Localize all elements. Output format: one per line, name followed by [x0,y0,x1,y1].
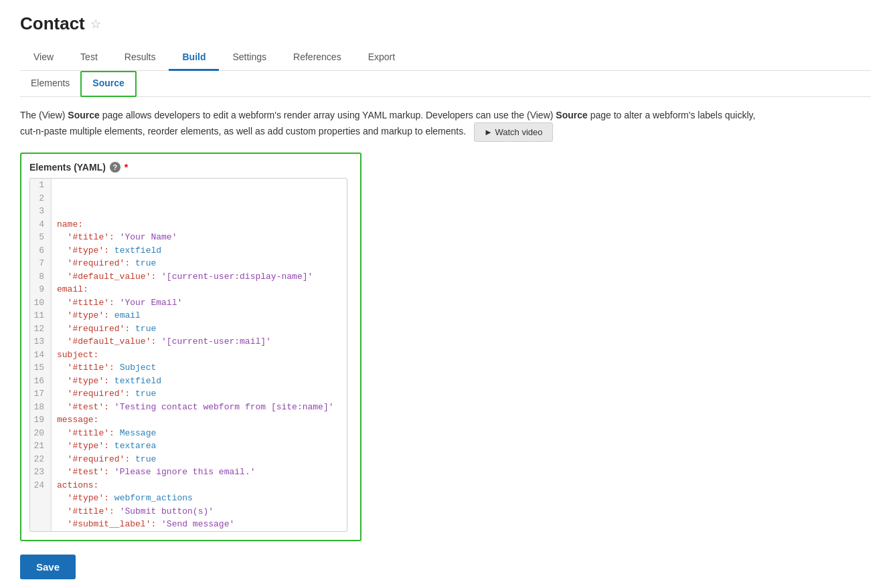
page-title: Contact [20,13,85,34]
sub-nav: Elements Source [20,71,871,97]
tab-export[interactable]: Export [355,45,408,71]
save-button[interactable]: Save [20,555,76,579]
tab-view[interactable]: View [20,45,67,71]
desc-text3: page to alter a webform's labels quickly… [588,110,756,120]
subtab-source[interactable]: Source [80,71,136,97]
line-numbers: 123456789101112131415161718192021222324 [30,179,52,531]
main-nav: View Test Results Build Settings Referen… [20,45,871,71]
desc-text1: The (View) [20,110,68,120]
tab-settings[interactable]: Settings [219,45,280,71]
watch-video-button[interactable]: ► Watch video [474,122,553,142]
desc-bold1: Source [68,110,99,120]
yaml-code-editor[interactable]: 123456789101112131415161718192021222324 … [29,178,347,532]
tab-build[interactable]: Build [169,45,219,71]
description-block: The (View) Source page allows developers… [20,108,871,142]
desc-text2: page allows developers to edit a webform… [100,110,556,120]
page-title-row: Contact ☆ [20,13,871,34]
desc-text4: cut-n-paste multiple elements, reorder e… [20,126,466,137]
yaml-editor-section: Elements (YAML) ? * 12345678910111213141… [20,153,361,541]
help-icon[interactable]: ? [110,162,120,173]
tab-results[interactable]: Results [111,45,169,71]
yaml-label: Elements (YAML) ? * [29,162,352,173]
required-marker: * [125,162,128,173]
favorite-icon[interactable]: ☆ [90,17,101,31]
subtab-elements[interactable]: Elements [20,71,80,97]
tab-references[interactable]: References [280,45,355,71]
yaml-field-label: Elements (YAML) [29,162,106,173]
tab-test[interactable]: Test [67,45,111,71]
desc-bold2: Source [556,110,587,120]
code-lines: name: '#title': 'Your Name' '#type': tex… [52,179,347,531]
code-editor-content: 123456789101112131415161718192021222324 … [30,179,347,531]
